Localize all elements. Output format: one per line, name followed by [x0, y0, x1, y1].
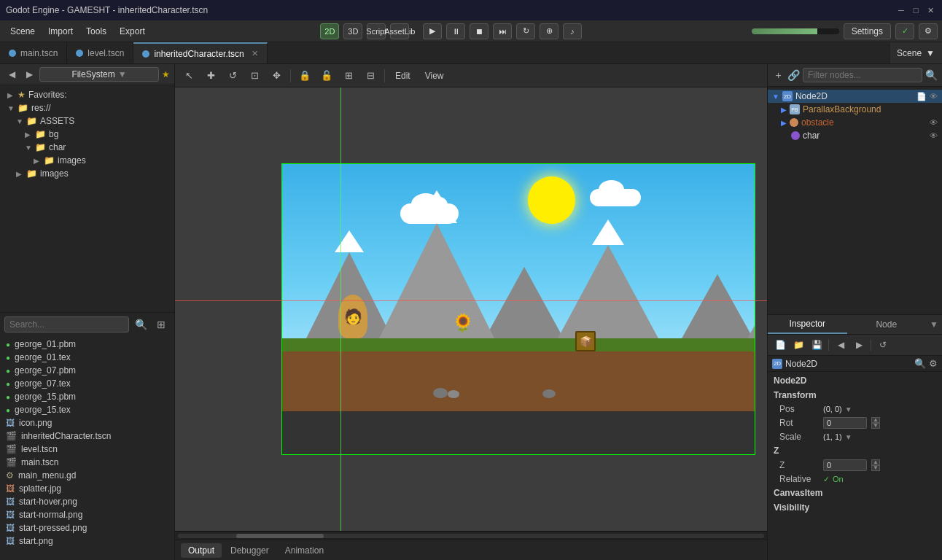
debugger-tab[interactable]: Debugger	[223, 543, 276, 558]
list-item[interactable]: 🎬 main.tscn	[0, 456, 174, 469]
menu-export[interactable]: Export	[114, 24, 151, 39]
menu-scene[interactable]: Scene	[4, 24, 41, 39]
list-item[interactable]: ● george_07.pbm	[0, 364, 174, 377]
tree-char[interactable]: ▼ 📁 char	[0, 141, 174, 154]
music-button[interactable]: ♪	[563, 23, 582, 39]
list-item[interactable]: 🖼 start-normal.png	[0, 508, 174, 521]
animation-tab[interactable]: Animation	[278, 543, 331, 558]
fs-back-button[interactable]: ◀	[4, 67, 19, 82]
list-item[interactable]: ● george_15.pbm	[0, 390, 174, 403]
ins-section-transform[interactable]: Transform	[768, 388, 942, 402]
ins-section-node2d[interactable]: Node2D	[768, 373, 942, 388]
tree-res-root[interactable]: ▼ 📁 res://	[0, 101, 174, 114]
rect-tool-button[interactable]: ⊡	[245, 68, 264, 84]
search-icon[interactable]: 🔍	[132, 316, 149, 333]
scene-selector[interactable]: Scene ▼	[889, 42, 942, 63]
tree-favorites[interactable]: ▶ ★ Favorites:	[0, 88, 174, 101]
list-item[interactable]: 🖼 start-hover.png	[0, 495, 174, 508]
ins-prev-icon[interactable]: ◀	[833, 338, 849, 352]
fs-forward-button[interactable]: ▶	[22, 67, 36, 82]
grid-view-icon[interactable]: ⊞	[152, 316, 170, 333]
mode-script-button[interactable]: Script	[367, 23, 386, 39]
ins-rot-down-button[interactable]: ▼	[871, 423, 880, 429]
viewport-scrollbar[interactable]	[175, 531, 767, 540]
stop-button[interactable]: ⏹	[470, 23, 488, 39]
node-tab[interactable]: Node	[847, 316, 927, 333]
ins-section-canvas[interactable]: CanvasItem	[768, 486, 942, 500]
fs-favorite-button[interactable]: ★	[162, 69, 170, 79]
scroll-thumb[interactable]	[236, 534, 324, 538]
scroll-track[interactable]	[178, 534, 764, 538]
view-menu[interactable]: View	[419, 69, 450, 83]
list-item[interactable]: ● george_07.tex	[0, 377, 174, 390]
select-tool-button[interactable]: ↖	[179, 68, 198, 84]
tab-level-tscn[interactable]: level.tscn	[67, 42, 133, 63]
tree-char-images[interactable]: ▶ 📁 images	[0, 154, 174, 167]
list-item[interactable]: 🖼 start-pressed.png	[0, 521, 174, 534]
list-item[interactable]: 🖼 start.png	[0, 534, 174, 548]
play-button[interactable]: ▶	[423, 23, 442, 39]
viewport[interactable]: 🧑 🌻 📦	[175, 88, 767, 531]
scale-tool-button[interactable]: ✥	[267, 68, 286, 84]
tree-images[interactable]: ▶ 📁 images	[0, 167, 174, 180]
inspector-dropdown-icon[interactable]: ▼	[926, 319, 942, 330]
node2d-eye-icon[interactable]: 👁	[930, 92, 938, 101]
minimize-button[interactable]: ─	[895, 4, 907, 16]
ungroup-button[interactable]: ⊟	[361, 68, 380, 84]
maximize-button[interactable]: □	[910, 4, 922, 16]
menu-tools[interactable]: Tools	[80, 24, 112, 39]
ins-z-down-button[interactable]: ▼	[871, 465, 880, 471]
char-eye-icon[interactable]: 👁	[930, 131, 938, 140]
ins-search-button[interactable]: 🔍	[914, 358, 926, 369]
settings-gear-icon[interactable]: ⚙	[919, 23, 938, 39]
ins-section-z[interactable]: Z	[768, 443, 942, 458]
scene-node-node2d[interactable]: ▼ 2D Node2D 📄 👁	[768, 90, 942, 103]
list-item[interactable]: ● george_01.pbm	[0, 338, 174, 351]
filesystem-search-input[interactable]	[4, 316, 129, 332]
ins-new-script-icon[interactable]: 📄	[772, 338, 788, 352]
list-item[interactable]: 🖼 splatter.jpg	[0, 482, 174, 495]
scene-search-icon[interactable]: 🔍	[925, 67, 938, 83]
output-tab[interactable]: Output	[181, 543, 222, 558]
list-item[interactable]: ⚙ main_menu.gd	[0, 469, 174, 482]
ins-save-icon[interactable]: 💾	[809, 338, 825, 352]
tab-main-tscn[interactable]: main.tscn	[0, 42, 67, 63]
loop-button[interactable]: ↻	[516, 23, 535, 39]
close-button[interactable]: ✕	[925, 4, 936, 16]
menu-import[interactable]: Import	[42, 24, 79, 39]
group-button[interactable]: ⊞	[339, 68, 358, 84]
tree-bg[interactable]: ▶ 📁 bg	[0, 128, 174, 141]
ins-z-input[interactable]	[823, 459, 867, 471]
ins-history-icon[interactable]: ↺	[875, 338, 891, 352]
tab-close-button[interactable]: ✕	[252, 49, 258, 58]
ins-next-icon[interactable]: ▶	[851, 338, 867, 352]
mode-assetlib-button[interactable]: AssetLib	[390, 23, 409, 39]
add-node-button[interactable]: +	[772, 67, 785, 83]
inspector-tab[interactable]: Inspector	[768, 315, 847, 334]
mode-3d-button[interactable]: 3D	[343, 23, 362, 39]
scene-node-parallax[interactable]: ▶ PB ParallaxBackground	[768, 103, 942, 116]
step-frame-button[interactable]: ⏭	[493, 23, 512, 39]
list-item[interactable]: ● george_01.tex	[0, 351, 174, 364]
scene-search-input[interactable]	[803, 68, 922, 82]
tab-inherited-tscn[interactable]: inheritedCharacter.tscn ✕	[133, 42, 267, 63]
ins-settings-button[interactable]: ⚙	[929, 358, 938, 369]
obstacle-eye-icon[interactable]: 👁	[930, 118, 938, 127]
link-node-button[interactable]: 🔗	[787, 67, 800, 83]
scene-node-char[interactable]: char 👁	[768, 129, 942, 142]
edit-menu[interactable]: Edit	[389, 69, 416, 83]
fs-path-dropdown[interactable]: FileSystem ▼	[39, 67, 159, 82]
camera-button[interactable]: ⊕	[540, 23, 558, 39]
list-item[interactable]: ● george_15.tex	[0, 403, 174, 416]
ins-scale-arrow-icon[interactable]: ▼	[845, 433, 852, 441]
unlock-button[interactable]: 🔓	[317, 68, 336, 84]
list-item[interactable]: 🖼 icon.png	[0, 416, 174, 429]
settings-button[interactable]: Settings	[844, 23, 891, 39]
lock-button[interactable]: 🔒	[295, 68, 314, 84]
mode-2d-button[interactable]: 2D	[320, 23, 339, 39]
ins-pos-arrow-icon[interactable]: ▼	[845, 405, 852, 413]
ins-section-visibility[interactable]: Visibility	[768, 500, 942, 515]
rotate-tool-button[interactable]: ↺	[223, 68, 242, 84]
list-item[interactable]: 🎬 level.tscn	[0, 443, 174, 456]
ins-load-icon[interactable]: 📁	[790, 338, 806, 352]
